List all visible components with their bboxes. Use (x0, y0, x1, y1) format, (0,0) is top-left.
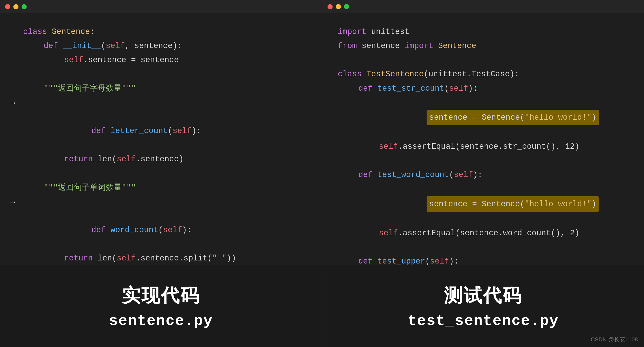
dot-yellow-left (13, 4, 18, 9)
left-titlebar (0, 0, 322, 13)
dot-green-right (344, 4, 349, 9)
left-panel: class Sentence: def __init__(self, sente… (0, 0, 322, 265)
code-line: self.assertEqual(sentence.str_count(), 1… (338, 139, 629, 154)
code-line: def __init__(self, sentence): (23, 39, 306, 53)
code-line: def test_str_count(self): (338, 81, 629, 96)
code-line: return len(self.sentence.split(" ")) (23, 251, 306, 265)
code-line: return len(self.sentence) (23, 152, 306, 166)
footer: 实现代码 sentence.py 测试代码 test_sentence.py (0, 265, 644, 347)
code-line: def test_upper(self): (338, 254, 629, 265)
code-line: self.sentence = sentence (23, 53, 306, 67)
dot-red-right (328, 4, 333, 9)
arrow-letter-count: → (10, 95, 15, 111)
code-line: import unittest (338, 25, 629, 39)
right-panel: import unittest from sentence import Sen… (322, 0, 644, 265)
left-code-area: class Sentence: def __init__(self, sente… (0, 13, 322, 265)
code-line: → def letter_count(self): (23, 96, 306, 152)
arrow-word-count: → (10, 194, 15, 211)
right-code-area: import unittest from sentence import Sen… (322, 13, 644, 265)
dot-green-left (22, 4, 27, 9)
code-line: def test_word_count(self): (338, 168, 629, 182)
left-footer-title: 实现代码 (122, 283, 200, 308)
watermark: CSDN @长安1108 (591, 336, 638, 343)
dot-red-left (5, 4, 10, 9)
code-line: self.assertEqual(sentence.word_count(), … (338, 226, 629, 240)
dot-yellow-right (336, 4, 341, 9)
code-line: → def word_count(self): (23, 195, 306, 251)
right-footer-title: 测试代码 (444, 283, 522, 308)
right-footer: 测试代码 test_sentence.py (322, 265, 644, 347)
code-line-highlight: sentence = Sentence("hello world!") (338, 96, 629, 140)
code-line: """返回句子单词数量""" (23, 181, 306, 195)
code-line-highlight: sentence = Sentence("hello world!") (338, 182, 629, 226)
right-footer-subtitle: test_sentence.py (408, 313, 559, 329)
code-line: """返回句子字母数量""" (23, 81, 306, 96)
code-line: from sentence import Sentence (338, 39, 629, 53)
code-line: class Sentence: (23, 25, 306, 39)
left-footer-subtitle: sentence.py (109, 313, 213, 329)
left-footer: 实现代码 sentence.py (0, 265, 322, 347)
right-titlebar (322, 0, 644, 13)
code-line: class TestSentence(unittest.TestCase): (338, 67, 629, 81)
